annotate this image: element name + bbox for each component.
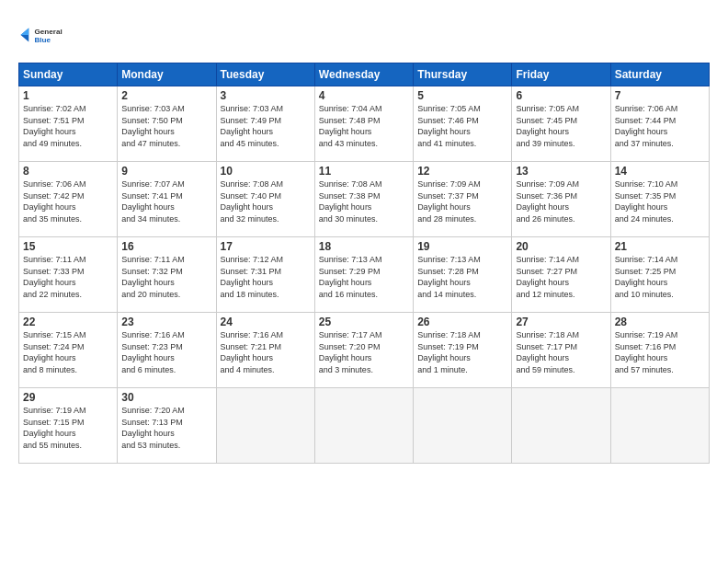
svg-text:Blue: Blue <box>35 36 51 44</box>
weekday-header-saturday: Saturday <box>610 63 709 86</box>
table-row: 6Sunrise: 7:05 AMSunset: 7:45 PMDaylight… <box>512 86 610 162</box>
logo: General Blue <box>18 17 64 53</box>
table-row: 8Sunrise: 7:06 AMSunset: 7:42 PMDaylight… <box>19 162 118 237</box>
table-row: 12Sunrise: 7:09 AMSunset: 7:37 PMDayligh… <box>414 162 512 237</box>
table-row: 24Sunrise: 7:16 AMSunset: 7:21 PMDayligh… <box>216 313 314 388</box>
week-row-1: 1Sunrise: 7:02 AMSunset: 7:51 PMDaylight… <box>19 86 710 162</box>
table-row <box>414 388 512 464</box>
weekday-header-row: SundayMondayTuesdayWednesdayThursdayFrid… <box>19 63 710 86</box>
week-row-5: 29Sunrise: 7:19 AMSunset: 7:15 PMDayligh… <box>19 388 710 464</box>
table-row: 29Sunrise: 7:19 AMSunset: 7:15 PMDayligh… <box>19 388 118 464</box>
table-row: 11Sunrise: 7:08 AMSunset: 7:38 PMDayligh… <box>314 162 413 237</box>
weekday-header-monday: Monday <box>118 63 216 86</box>
table-row: 7Sunrise: 7:06 AMSunset: 7:44 PMDaylight… <box>610 86 709 162</box>
table-row: 22Sunrise: 7:15 AMSunset: 7:24 PMDayligh… <box>19 313 118 388</box>
table-row <box>610 388 709 464</box>
table-row: 18Sunrise: 7:13 AMSunset: 7:29 PMDayligh… <box>314 237 413 313</box>
table-row: 25Sunrise: 7:17 AMSunset: 7:20 PMDayligh… <box>314 313 413 388</box>
week-row-2: 8Sunrise: 7:06 AMSunset: 7:42 PMDaylight… <box>19 162 710 237</box>
svg-marker-4 <box>21 29 29 36</box>
weekday-header-sunday: Sunday <box>19 63 118 86</box>
table-row: 4Sunrise: 7:04 AMSunset: 7:48 PMDaylight… <box>314 86 413 162</box>
table-row: 3Sunrise: 7:03 AMSunset: 7:49 PMDaylight… <box>216 86 314 162</box>
calendar: SundayMondayTuesdayWednesdayThursdayFrid… <box>18 63 710 464</box>
logo-svg: General Blue <box>18 17 64 53</box>
table-row: 21Sunrise: 7:14 AMSunset: 7:25 PMDayligh… <box>610 237 709 313</box>
weekday-header-thursday: Thursday <box>414 63 512 86</box>
weekday-header-friday: Friday <box>512 63 610 86</box>
table-row: 28Sunrise: 7:19 AMSunset: 7:16 PMDayligh… <box>610 313 709 388</box>
table-row: 20Sunrise: 7:14 AMSunset: 7:27 PMDayligh… <box>512 237 610 313</box>
table-row: 9Sunrise: 7:07 AMSunset: 7:41 PMDaylight… <box>118 162 216 237</box>
weekday-header-tuesday: Tuesday <box>216 63 314 86</box>
table-row: 30Sunrise: 7:20 AMSunset: 7:13 PMDayligh… <box>118 388 216 464</box>
table-row <box>314 388 413 464</box>
weekday-header-wednesday: Wednesday <box>314 63 413 86</box>
table-row: 23Sunrise: 7:16 AMSunset: 7:23 PMDayligh… <box>118 313 216 388</box>
page: General Blue SundayMondayTuesdayWednesda… <box>0 0 728 563</box>
table-row: 14Sunrise: 7:10 AMSunset: 7:35 PMDayligh… <box>610 162 709 237</box>
week-row-4: 22Sunrise: 7:15 AMSunset: 7:24 PMDayligh… <box>19 313 710 388</box>
table-row: 26Sunrise: 7:18 AMSunset: 7:19 PMDayligh… <box>414 313 512 388</box>
table-row: 19Sunrise: 7:13 AMSunset: 7:28 PMDayligh… <box>414 237 512 313</box>
table-row: 5Sunrise: 7:05 AMSunset: 7:46 PMDaylight… <box>414 86 512 162</box>
table-row: 27Sunrise: 7:18 AMSunset: 7:17 PMDayligh… <box>512 313 610 388</box>
table-row: 1Sunrise: 7:02 AMSunset: 7:51 PMDaylight… <box>19 86 118 162</box>
table-row: 17Sunrise: 7:12 AMSunset: 7:31 PMDayligh… <box>216 237 314 313</box>
table-row: 15Sunrise: 7:11 AMSunset: 7:33 PMDayligh… <box>19 237 118 313</box>
svg-text:General: General <box>35 28 63 36</box>
week-row-3: 15Sunrise: 7:11 AMSunset: 7:33 PMDayligh… <box>19 237 710 313</box>
table-row: 16Sunrise: 7:11 AMSunset: 7:32 PMDayligh… <box>118 237 216 313</box>
header: General Blue <box>18 17 710 53</box>
table-row: 13Sunrise: 7:09 AMSunset: 7:36 PMDayligh… <box>512 162 610 237</box>
table-row: 10Sunrise: 7:08 AMSunset: 7:40 PMDayligh… <box>216 162 314 237</box>
table-row: 2Sunrise: 7:03 AMSunset: 7:50 PMDaylight… <box>118 86 216 162</box>
table-row <box>216 388 314 464</box>
table-row <box>512 388 610 464</box>
